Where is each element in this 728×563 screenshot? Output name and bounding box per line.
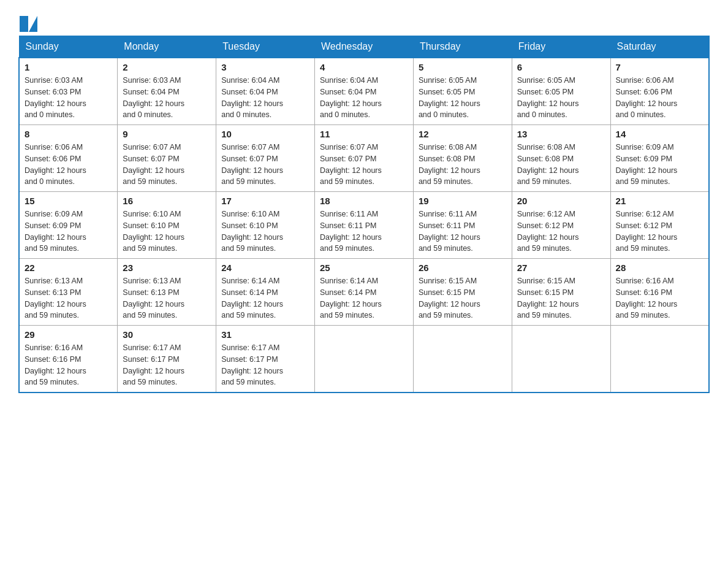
- calendar-day-cell: 14Sunrise: 6:09 AMSunset: 6:09 PMDayligh…: [610, 125, 709, 192]
- day-info: Sunrise: 6:10 AMSunset: 6:10 PMDaylight:…: [123, 209, 211, 255]
- page-header: [18, 12, 710, 29]
- calendar-day-cell: 7Sunrise: 6:06 AMSunset: 6:06 PMDaylight…: [610, 58, 709, 125]
- day-info: Sunrise: 6:16 AMSunset: 6:16 PMDaylight:…: [25, 342, 112, 388]
- day-info: Sunrise: 6:04 AMSunset: 6:04 PMDaylight:…: [320, 75, 408, 121]
- day-number: 11: [320, 129, 408, 139]
- calendar-header-row: SundayMondayTuesdayWednesdayThursdayFrid…: [19, 36, 709, 58]
- day-number: 3: [221, 62, 309, 72]
- day-number: 18: [320, 196, 408, 206]
- calendar-day-cell: 11Sunrise: 6:07 AMSunset: 6:07 PMDayligh…: [315, 125, 414, 192]
- calendar-week-row: 15Sunrise: 6:09 AMSunset: 6:09 PMDayligh…: [19, 192, 709, 259]
- day-info: Sunrise: 6:17 AMSunset: 6:17 PMDaylight:…: [221, 342, 309, 388]
- calendar-day-cell: 15Sunrise: 6:09 AMSunset: 6:09 PMDayligh…: [19, 192, 118, 259]
- day-number: 7: [616, 62, 703, 72]
- day-number: 30: [123, 329, 211, 340]
- calendar-day-cell: 3Sunrise: 6:04 AMSunset: 6:04 PMDaylight…: [216, 58, 315, 125]
- calendar-day-cell: 27Sunrise: 6:15 AMSunset: 6:15 PMDayligh…: [512, 259, 610, 326]
- day-number: 12: [419, 129, 507, 139]
- day-number: 14: [616, 129, 703, 139]
- calendar-header-wednesday: Wednesday: [315, 36, 414, 58]
- calendar-empty-cell: [610, 326, 709, 393]
- calendar-header-thursday: Thursday: [413, 36, 512, 58]
- day-info: Sunrise: 6:17 AMSunset: 6:17 PMDaylight:…: [123, 342, 211, 388]
- day-number: 26: [419, 262, 507, 273]
- day-info: Sunrise: 6:13 AMSunset: 6:13 PMDaylight:…: [123, 275, 211, 321]
- calendar-day-cell: 1Sunrise: 6:03 AMSunset: 6:03 PMDaylight…: [19, 58, 118, 125]
- day-info: Sunrise: 6:12 AMSunset: 6:12 PMDaylight:…: [616, 209, 703, 255]
- calendar-week-row: 29Sunrise: 6:16 AMSunset: 6:16 PMDayligh…: [19, 326, 709, 393]
- calendar-header-monday: Monday: [118, 36, 216, 58]
- day-number: 29: [25, 329, 112, 340]
- calendar-day-cell: 12Sunrise: 6:08 AMSunset: 6:08 PMDayligh…: [413, 125, 512, 192]
- calendar-week-row: 8Sunrise: 6:06 AMSunset: 6:06 PMDaylight…: [19, 125, 709, 192]
- calendar-day-cell: 21Sunrise: 6:12 AMSunset: 6:12 PMDayligh…: [610, 192, 709, 259]
- day-number: 27: [517, 262, 605, 273]
- calendar-day-cell: 5Sunrise: 6:05 AMSunset: 6:05 PMDaylight…: [413, 58, 512, 125]
- day-number: 6: [517, 62, 605, 72]
- calendar-day-cell: 13Sunrise: 6:08 AMSunset: 6:08 PMDayligh…: [512, 125, 610, 192]
- day-info: Sunrise: 6:11 AMSunset: 6:11 PMDaylight:…: [419, 209, 507, 255]
- day-number: 21: [616, 196, 703, 206]
- calendar-day-cell: 24Sunrise: 6:14 AMSunset: 6:14 PMDayligh…: [216, 259, 315, 326]
- day-number: 8: [25, 129, 112, 139]
- day-number: 24: [221, 262, 309, 273]
- day-number: 20: [517, 196, 605, 206]
- day-info: Sunrise: 6:06 AMSunset: 6:06 PMDaylight:…: [25, 142, 112, 188]
- day-number: 19: [419, 196, 507, 206]
- day-number: 4: [320, 62, 408, 72]
- calendar-day-cell: 10Sunrise: 6:07 AMSunset: 6:07 PMDayligh…: [216, 125, 315, 192]
- day-number: 5: [419, 62, 507, 72]
- day-info: Sunrise: 6:05 AMSunset: 6:05 PMDaylight:…: [517, 75, 605, 121]
- logo-icon: [20, 16, 37, 32]
- day-number: 15: [25, 196, 112, 206]
- calendar-day-cell: 18Sunrise: 6:11 AMSunset: 6:11 PMDayligh…: [315, 192, 414, 259]
- day-number: 10: [221, 129, 309, 139]
- day-number: 17: [221, 196, 309, 206]
- day-info: Sunrise: 6:08 AMSunset: 6:08 PMDaylight:…: [419, 142, 507, 188]
- day-number: 1: [25, 62, 112, 72]
- calendar-day-cell: 6Sunrise: 6:05 AMSunset: 6:05 PMDaylight…: [512, 58, 610, 125]
- calendar-header-friday: Friday: [512, 36, 610, 58]
- day-info: Sunrise: 6:15 AMSunset: 6:15 PMDaylight:…: [517, 275, 605, 321]
- day-info: Sunrise: 6:12 AMSunset: 6:12 PMDaylight:…: [517, 209, 605, 255]
- day-info: Sunrise: 6:07 AMSunset: 6:07 PMDaylight:…: [320, 142, 408, 188]
- day-info: Sunrise: 6:07 AMSunset: 6:07 PMDaylight:…: [123, 142, 211, 188]
- day-info: Sunrise: 6:15 AMSunset: 6:15 PMDaylight:…: [419, 275, 507, 321]
- day-number: 2: [123, 62, 211, 72]
- calendar-day-cell: 30Sunrise: 6:17 AMSunset: 6:17 PMDayligh…: [118, 326, 216, 393]
- day-info: Sunrise: 6:09 AMSunset: 6:09 PMDaylight:…: [25, 209, 112, 255]
- calendar-day-cell: 29Sunrise: 6:16 AMSunset: 6:16 PMDayligh…: [19, 326, 118, 393]
- day-number: 23: [123, 262, 211, 273]
- day-info: Sunrise: 6:16 AMSunset: 6:16 PMDaylight:…: [616, 275, 703, 321]
- day-info: Sunrise: 6:14 AMSunset: 6:14 PMDaylight:…: [221, 275, 309, 321]
- calendar-day-cell: 20Sunrise: 6:12 AMSunset: 6:12 PMDayligh…: [512, 192, 610, 259]
- day-info: Sunrise: 6:13 AMSunset: 6:13 PMDaylight:…: [25, 275, 112, 321]
- calendar-day-cell: 23Sunrise: 6:13 AMSunset: 6:13 PMDayligh…: [118, 259, 216, 326]
- calendar-day-cell: 28Sunrise: 6:16 AMSunset: 6:16 PMDayligh…: [610, 259, 709, 326]
- day-number: 22: [25, 262, 112, 273]
- calendar-empty-cell: [315, 326, 414, 393]
- day-info: Sunrise: 6:03 AMSunset: 6:03 PMDaylight:…: [25, 75, 112, 121]
- calendar-day-cell: 19Sunrise: 6:11 AMSunset: 6:11 PMDayligh…: [413, 192, 512, 259]
- day-info: Sunrise: 6:07 AMSunset: 6:07 PMDaylight:…: [221, 142, 309, 188]
- day-info: Sunrise: 6:11 AMSunset: 6:11 PMDaylight:…: [320, 209, 408, 255]
- day-number: 31: [221, 329, 309, 340]
- calendar-day-cell: 17Sunrise: 6:10 AMSunset: 6:10 PMDayligh…: [216, 192, 315, 259]
- day-info: Sunrise: 6:08 AMSunset: 6:08 PMDaylight:…: [517, 142, 605, 188]
- day-number: 13: [517, 129, 605, 139]
- calendar-day-cell: 2Sunrise: 6:03 AMSunset: 6:04 PMDaylight…: [118, 58, 216, 125]
- day-info: Sunrise: 6:10 AMSunset: 6:10 PMDaylight:…: [221, 209, 309, 255]
- day-info: Sunrise: 6:14 AMSunset: 6:14 PMDaylight:…: [320, 275, 408, 321]
- calendar-day-cell: 26Sunrise: 6:15 AMSunset: 6:15 PMDayligh…: [413, 259, 512, 326]
- day-number: 25: [320, 262, 408, 273]
- calendar-day-cell: 31Sunrise: 6:17 AMSunset: 6:17 PMDayligh…: [216, 326, 315, 393]
- calendar-day-cell: 8Sunrise: 6:06 AMSunset: 6:06 PMDaylight…: [19, 125, 118, 192]
- day-number: 16: [123, 196, 211, 206]
- day-info: Sunrise: 6:06 AMSunset: 6:06 PMDaylight:…: [616, 75, 703, 121]
- day-info: Sunrise: 6:05 AMSunset: 6:05 PMDaylight:…: [419, 75, 507, 121]
- calendar-empty-cell: [512, 326, 610, 393]
- day-info: Sunrise: 6:04 AMSunset: 6:04 PMDaylight:…: [221, 75, 309, 121]
- calendar-day-cell: 16Sunrise: 6:10 AMSunset: 6:10 PMDayligh…: [118, 192, 216, 259]
- calendar-header-sunday: Sunday: [19, 36, 118, 58]
- calendar-day-cell: 22Sunrise: 6:13 AMSunset: 6:13 PMDayligh…: [19, 259, 118, 326]
